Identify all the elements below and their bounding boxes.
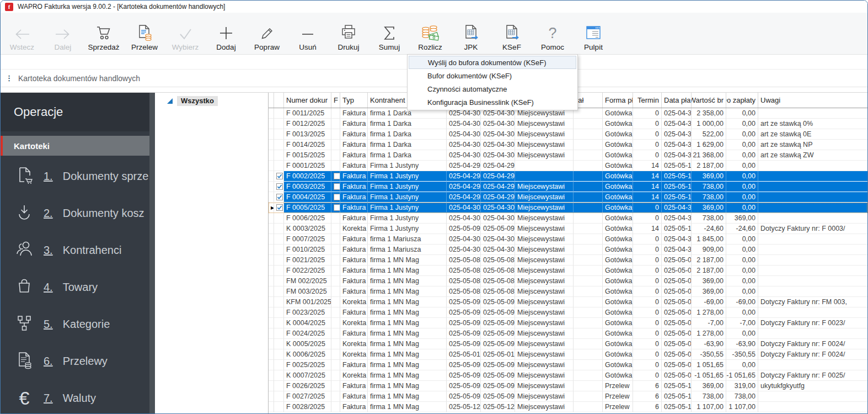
row-checkbox[interactable] bbox=[276, 173, 283, 179]
toolbar-button-popraw[interactable]: Popraw bbox=[247, 13, 287, 54]
toolbar-button-sumuj[interactable]: Sumuj bbox=[369, 13, 410, 54]
table-row[interactable]: KFM 001/2025Korekta Ffirma 1 MN Mag025-0… bbox=[269, 297, 867, 307]
cell-miejsce: Miejscewystawi bbox=[515, 370, 574, 381]
f-column-checkbox[interactable] bbox=[334, 173, 340, 179]
column-header-f[interactable]: F bbox=[331, 93, 340, 108]
table-row[interactable]: F 0001/2025Faktura VFirma 1 Justyny025-0… bbox=[269, 161, 867, 171]
cell-kontrahent: Firma 1 Justyny bbox=[368, 192, 447, 203]
sidebar-item-kontrahenci[interactable]: 3. Kontrahenci bbox=[1, 232, 149, 269]
table-row[interactable]: K 0007/2025Korekta Ffirma 1 MN Mag025-05… bbox=[269, 370, 867, 381]
toolbar-button-dalej[interactable]: Dalej bbox=[42, 13, 83, 54]
cell-ral bbox=[574, 391, 603, 402]
column-header-typ[interactable]: Typ bbox=[340, 93, 368, 108]
menu-item-czynnosci-automatyczne[interactable]: Czynności automatyczne bbox=[409, 82, 576, 95]
column-header-forma[interactable]: Forma płat bbox=[603, 93, 633, 108]
sidebar-item-towary[interactable]: 4. Towary bbox=[1, 269, 149, 306]
table-row[interactable]: FM 003/2025Faktura Vfirma 1 MN Mag025-05… bbox=[269, 286, 867, 297]
sidebar-item-dokumenty-sprzedazy[interactable]: 1. Dokumenty sprze bbox=[1, 158, 149, 195]
toolbar-button-pomoc[interactable]: ? Pomoc bbox=[532, 13, 573, 54]
table-row[interactable]: F 0010/2025Faktura Vfirma 1 Mariusza025-… bbox=[269, 245, 867, 255]
column-header-wartosc[interactable]: Wartość br bbox=[692, 93, 726, 108]
cell-data_pla: 025-05-13 bbox=[662, 192, 692, 203]
toolbar-button-usun[interactable]: Usuń bbox=[287, 13, 328, 54]
row-checkbox[interactable] bbox=[276, 183, 283, 190]
cell-miejsce: Miejscewystawi bbox=[515, 381, 574, 391]
column-header-uwagi[interactable]: Uwagi bbox=[758, 93, 867, 108]
table-row[interactable]: F 0015/2025Faktura Vfirma 1 Darka025-04-… bbox=[269, 150, 867, 161]
table-row[interactable]: F 0013/2025Faktura Vfirma 1 Darka025-04-… bbox=[269, 129, 867, 140]
row-checkbox[interactable] bbox=[276, 194, 283, 200]
cell-data_sprz: 025-04-29 bbox=[481, 182, 515, 192]
table-row[interactable]: F 0024/2025Faktura Vfirma 1 MN Mag025-05… bbox=[269, 328, 867, 339]
table-row[interactable]: F 0026/2025Faktura Vfirma 1 MN Mag025-05… bbox=[269, 381, 867, 391]
table-row[interactable]: K 0006/2025Korekta Ffirma 1 MN Mag025-05… bbox=[269, 349, 867, 360]
table-row[interactable]: F 0022/2025Faktura Vfirma 1 MN Mag025-05… bbox=[269, 266, 867, 276]
table-row[interactable]: F 0027/2025Faktura Vfirma 1 MN Mag025-05… bbox=[269, 391, 867, 402]
cell-ral bbox=[574, 171, 603, 182]
cell-check bbox=[274, 234, 284, 245]
table-row[interactable]: F 0028/2025Faktura Vfirma 1 MN Mag025-05… bbox=[269, 402, 867, 412]
column-header-do_zaplaty[interactable]: Do zapłaty bbox=[726, 93, 758, 108]
sidebar-item-kategorie[interactable]: 5. Kategorie bbox=[1, 306, 149, 343]
cell-numer: K 0003/2025 bbox=[284, 224, 331, 234]
toolbar-button-przelew[interactable]: Przelew bbox=[124, 13, 165, 54]
toolbar-button-dodaj[interactable]: Dodaj bbox=[206, 13, 247, 54]
column-header-check[interactable] bbox=[274, 93, 284, 108]
cell-termin: 0 bbox=[633, 245, 662, 255]
sidebar-item-waluty[interactable]: € 7. Waluty bbox=[1, 380, 149, 414]
table-row[interactable]: F 0007/2025Faktura Vfirma 1 Mariusza025-… bbox=[269, 234, 867, 245]
cell-kontrahent: Firma 1 Justyny bbox=[368, 213, 447, 224]
sidebar-header-operacje[interactable]: Operacje bbox=[1, 93, 149, 131]
tree-node-wszystko[interactable]: Wszystko bbox=[167, 96, 268, 106]
f-column-checkbox[interactable] bbox=[334, 204, 340, 211]
cell-data_pla: 025-05-13 bbox=[662, 161, 692, 171]
toolbar-button-rozlicz[interactable]: Rozlicz bbox=[410, 13, 451, 54]
table-row[interactable]: K 0005/2025Korekta Ffirma 1 MN Mag025-05… bbox=[269, 339, 867, 349]
sidebar-item-przelewy[interactable]: 6. Przelewy bbox=[1, 343, 149, 380]
table-row[interactable]: F 0003/2025Faktura VFirma 1 Justyny025-0… bbox=[269, 182, 867, 192]
table-row[interactable]: F 0025/2025Faktura Vfirma 1 MN Mag025-05… bbox=[269, 360, 867, 370]
table-row[interactable]: K 0003/2025Korekta FFirma 1 Justyny025-0… bbox=[269, 224, 867, 234]
cell-data_sprz: 025-05-08 bbox=[481, 286, 515, 297]
drag-handle-icon[interactable]: ⋮ bbox=[6, 76, 13, 81]
menu-item-wyslij-do-bufora[interactable]: Wyślij do bufora dokumentów (KSeF) bbox=[409, 56, 576, 69]
table-row[interactable]: F 0002/2025Faktura VFirma 1 Justyny025-0… bbox=[269, 171, 867, 182]
toolbar-button-wstecz[interactable]: Wstecz bbox=[2, 13, 42, 54]
menu-item-konfiguracja-businesslink[interactable]: Konfiguracja Businesslink (KSeF) bbox=[409, 95, 576, 109]
sidebar-section-kartoteki[interactable]: Kartoteki bbox=[1, 136, 149, 156]
table-row[interactable]: F 0004/2025Faktura VFirma 1 Justyny025-0… bbox=[269, 192, 867, 203]
toolbar-button-sprzedaz[interactable]: Sprzedaż bbox=[83, 13, 124, 54]
sidebar-item-dokumenty-kosztowe[interactable]: 2. Dokumenty kosz bbox=[1, 195, 149, 232]
cell-numer: F 0015/2025 bbox=[284, 150, 331, 161]
f-column-checkbox[interactable] bbox=[334, 194, 340, 200]
cell-uwagi: Dotyczy Faktury nr: F 0023/ bbox=[758, 318, 867, 328]
f-column-checkbox[interactable] bbox=[334, 183, 340, 190]
table-row[interactable]: F 0014/2025Faktura Vfirma 1 Darka025-04-… bbox=[269, 140, 867, 150]
toolbar-button-ksef[interactable]: KSeF bbox=[491, 13, 532, 54]
cell-indicator bbox=[269, 150, 274, 161]
cell-f bbox=[331, 276, 340, 286]
column-header-termin[interactable]: Termin bbox=[633, 93, 662, 108]
table-row[interactable]: ▶F 0005/2025Faktura VFirma 1 Justyny025-… bbox=[269, 203, 867, 213]
sidebar-splitter[interactable] bbox=[149, 93, 155, 414]
column-header-indicator[interactable] bbox=[269, 93, 274, 108]
cell-miejsce: Miejscewystawi bbox=[515, 276, 574, 286]
toolbar-button-wybierz[interactable]: Wybierz bbox=[165, 13, 206, 54]
column-header-numer[interactable]: Numer dokur bbox=[284, 93, 331, 108]
row-checkbox[interactable] bbox=[276, 204, 283, 211]
menu-item-bufor-dokumentow[interactable]: Bufor dokumentów (KSeF) bbox=[409, 69, 576, 82]
column-header-data_pla[interactable]: Data pła bbox=[662, 93, 692, 108]
table-row[interactable]: F 0023/2025Faktura Vfirma 1 MN Mag025-05… bbox=[269, 307, 867, 318]
sidebar-item-label: Waluty bbox=[63, 392, 96, 405]
toolbar-button-drukuj[interactable]: Drukuj bbox=[328, 13, 369, 54]
table-row[interactable]: K 0004/2025Korekta Ffirma 1 MN Mag025-05… bbox=[269, 318, 867, 328]
toolbar-button-pulpit[interactable]: Pulpit bbox=[573, 13, 614, 54]
tree-expand-icon[interactable] bbox=[167, 98, 173, 104]
table-row[interactable]: F 0006/2025Faktura VFirma 1 Justyny025-0… bbox=[269, 213, 867, 224]
table-row[interactable]: F 0012/2025Faktura Vfirma 1 Darka025-04-… bbox=[269, 119, 867, 129]
cell-typ: Faktura V bbox=[340, 381, 368, 391]
table-row[interactable]: F 0021/2025Faktura Vfirma 1 MN Mag025-05… bbox=[269, 255, 867, 266]
cell-data_wyst: 025-05-08 bbox=[447, 286, 481, 297]
toolbar-button-jpk[interactable]: JPK bbox=[451, 13, 491, 54]
table-row[interactable]: FM 002/2025Faktura Vfirma 1 MN Mag025-05… bbox=[269, 276, 867, 286]
